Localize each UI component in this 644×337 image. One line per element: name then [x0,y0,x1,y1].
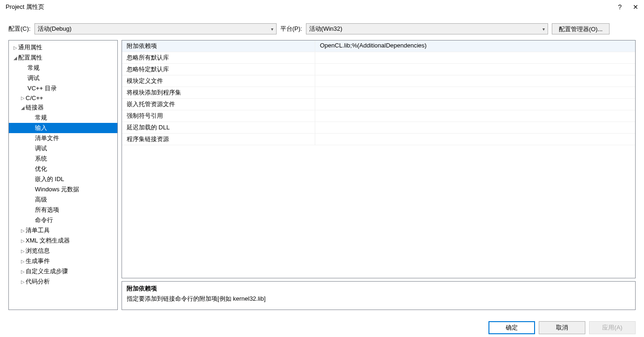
tree-linker-opt[interactable]: 优化 [9,164,117,174]
property-grid: 附加依赖项OpenCL.lib;%(AdditionalDependencies… [122,40,636,278]
description-panel: 附加依赖项 指定要添加到链接命令行的附加项[例如 kernel32.lib] [122,281,636,310]
prop-row-add-module[interactable]: 将模块添加到程序集 [122,87,635,99]
tree-config-properties[interactable]: ◢配置属性 [9,53,117,63]
tree-linker-manifest[interactable]: 清单文件 [9,133,117,143]
tree-linker-debug[interactable]: 调试 [9,143,117,154]
tree-general-properties[interactable]: ▷通用属性 [9,42,117,53]
tree-linker-system[interactable]: 系统 [9,154,117,164]
tree-linker-all[interactable]: 所有选项 [9,205,117,215]
tree-code-analysis[interactable]: ▷代码分析 [9,276,117,287]
tree-linker-input[interactable]: 输入 [9,123,117,133]
config-row: 配置(C): 活动(Debug) ▾ 平台(P): 活动(Win32) ▾ 配置… [0,14,644,40]
prop-row-embed-managed[interactable]: 嵌入托管资源文件 [122,99,635,110]
property-tree: ▷通用属性 ◢配置属性 常规 调试 VC++ 目录 ▷C/C++ ◢链接器 常规… [8,40,118,310]
tree-linker-cmd[interactable]: 命令行 [9,215,117,225]
prop-row-delay-load[interactable]: 延迟加载的 DLL [122,122,635,134]
config-value: 活动(Debug) [38,25,72,33]
chevron-down-icon: ▾ [542,27,545,32]
collapsed-icon: ▷ [20,269,26,274]
expanded-icon: ◢ [13,55,18,61]
prop-row-force-symbol[interactable]: 强制符号引用 [122,110,635,122]
config-manager-button[interactable]: 配置管理器(O)... [552,23,610,34]
tree-debug[interactable]: 调试 [9,73,117,83]
tree-linker-idl[interactable]: 嵌入的 IDL [9,174,117,184]
tree-vcdir[interactable]: VC++ 目录 [9,83,117,94]
apply-button: 应用(A) [589,321,636,334]
prop-row-additional-deps[interactable]: 附加依赖项OpenCL.lib;%(AdditionalDependencies… [122,40,635,52]
platform-value: 活动(Win32) [309,25,343,33]
tree-linker-winmeta[interactable]: Windows 元数据 [9,184,117,195]
window-title: Project 属性页 [6,3,44,11]
tree-build-events[interactable]: ▷生成事件 [9,256,117,266]
collapsed-icon: ▷ [20,95,26,101]
collapsed-icon: ▷ [20,259,26,264]
prop-row-ignore-specific-default[interactable]: 忽略特定默认库 [122,64,635,75]
description-text: 指定要添加到链接命令行的附加项[例如 kernel32.lib] [127,295,630,303]
tree-xmldoc[interactable]: ▷XML 文档生成器 [9,236,117,246]
tree-linker-general[interactable]: 常规 [9,113,117,123]
config-dropdown[interactable]: 活动(Debug) ▾ [34,23,277,34]
collapsed-icon: ▷ [20,238,26,243]
expanded-icon: ◢ [20,105,26,110]
cancel-button[interactable]: 取消 [539,321,585,334]
tree-linker[interactable]: ◢链接器 [9,102,117,113]
close-icon[interactable]: ✕ [633,3,638,11]
prop-row-ignore-all-default[interactable]: 忽略所有默认库 [122,52,635,64]
collapsed-icon: ▷ [13,45,18,50]
description-title: 附加依赖项 [127,284,630,293]
tree-custom-build[interactable]: ▷自定义生成步骤 [9,266,117,276]
ok-button[interactable]: 确定 [488,321,535,334]
prop-row-module-def[interactable]: 模块定义文件 [122,75,635,87]
tree-cpp[interactable]: ▷C/C++ [9,94,117,102]
tree-manifest-tool[interactable]: ▷清单工具 [9,225,117,236]
prop-row-assembly-link[interactable]: 程序集链接资源 [122,134,635,145]
collapsed-icon: ▷ [20,228,26,233]
footer-buttons: 确定 取消 应用(A) [488,321,636,334]
tree-browse[interactable]: ▷浏览信息 [9,246,117,256]
tree-linker-advanced[interactable]: 高级 [9,195,117,205]
config-label: 配置(C): [8,25,31,33]
collapsed-icon: ▷ [20,279,26,284]
chevron-down-icon: ▾ [271,27,273,32]
platform-dropdown[interactable]: 活动(Win32) ▾ [306,23,548,34]
tree-general[interactable]: 常规 [9,63,117,73]
titlebar: Project 属性页 ? ✕ [0,0,644,14]
platform-label: 平台(P): [280,25,302,33]
collapsed-icon: ▷ [20,249,26,254]
help-icon[interactable]: ? [618,3,622,11]
